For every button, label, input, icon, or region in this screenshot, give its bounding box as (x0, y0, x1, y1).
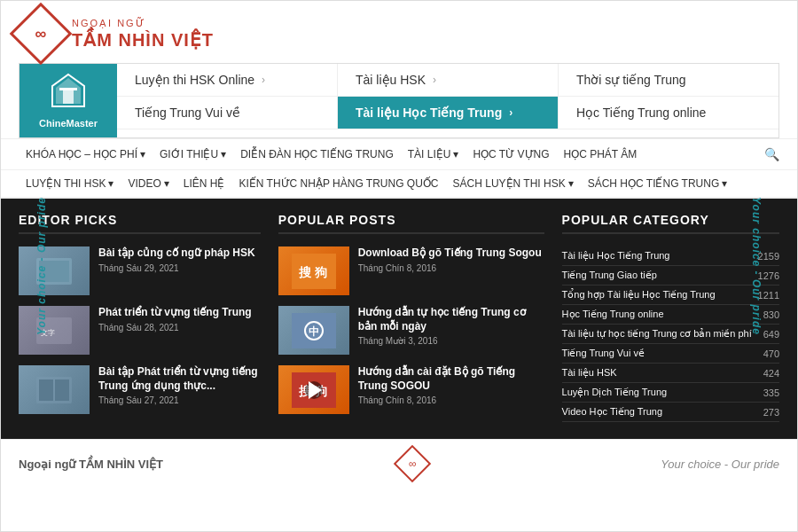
svg-text:搜: 搜 (298, 265, 312, 279)
cat-item-1[interactable]: Tiếng Trung Giao tiếp1276 (562, 266, 779, 286)
cat-count-6: 424 (763, 368, 779, 379)
logo-diamond: ∞ (10, 3, 73, 66)
nav-kien-thuc[interactable]: KIẾN THỨC NHẬP HÀNG TRUNG QUỐC (232, 172, 446, 195)
cat-name-5: Tiếng Trung Vui về (562, 348, 645, 359)
cat-item-0[interactable]: Tài liệu Học Tiếng Trung2159 (562, 246, 779, 266)
cat-name-4: Tài liệu tự học tiếng Trung cơ bản miền … (562, 328, 752, 340)
cat-item-7[interactable]: Luyện Dịch Tiếng Trung335 (562, 383, 779, 403)
post-info-2: Hướng dẫn tự học tiếng Trung cơ bản mỗi … (358, 306, 544, 346)
cat-item-6[interactable]: Tài liệu HSK424 (562, 364, 779, 383)
footer-logo-symbol: ∞ (408, 458, 416, 470)
pick-info-1: Bài tập củng cố ngữ pháp HSK Tháng Sáu 2… (98, 246, 261, 273)
footer-logo[interactable]: ∞ (393, 445, 430, 482)
pick-item-3[interactable]: Bài tập Phát triển từ vựng tiếng Trung ứ… (19, 365, 261, 414)
post-item-1[interactable]: 搜狗 Download Bộ gõ Tiếng Trung Sogou Thán… (278, 246, 544, 295)
footer: Ngoại ngữ TẦM NHÌN VIỆT ∞ Your choice - … (1, 439, 797, 488)
banner-item-4[interactable]: Tiếng Trung Vui về (117, 97, 338, 129)
cat-count-8: 273 (763, 407, 779, 418)
pick-item-2[interactable]: 文字 Phát triển từ vựng tiếng Trung Tháng … (19, 306, 261, 355)
banner-arrow-5: › (509, 106, 512, 119)
main-dark: EDITOR PICKS Bài tập củng cố ngữ pháp HS… (1, 199, 797, 439)
banner-arrow-1: › (262, 74, 265, 86)
post-img-2: 中 (278, 306, 349, 355)
post-info-1: Download Bộ gõ Tiếng Trung Sogou Tháng C… (358, 246, 544, 273)
side-text-right: Your choice - Our pride (750, 197, 763, 335)
pick-img-3 (19, 365, 90, 414)
pick-date-3: Tháng Sáu 27, 2021 (98, 395, 261, 405)
pick-title-3: Bài tập Phát triển từ vựng tiếng Trung ứ… (98, 365, 261, 393)
post-item-2[interactable]: 中 Hướng dẫn tự học tiếng Trung cơ bản mỗ… (278, 306, 544, 355)
pick-date-1: Tháng Sáu 29, 2021 (98, 263, 261, 273)
editor-picks-title: EDITOR PICKS (19, 213, 261, 234)
cat-item-4[interactable]: Tài liệu tự học tiếng Trung cơ bản miền … (562, 325, 779, 344)
footer-left-text: Ngoại ngữ (19, 458, 79, 471)
banner-item-1[interactable]: Luyện thi HSK Online › (117, 64, 338, 97)
footer-brand: TẦM NHÌN VIỆT (79, 458, 163, 471)
pick-info-2: Phát triển từ vựng tiếng Trung Tháng Sáu… (98, 306, 261, 332)
cat-name-3: Học Tiếng Trung online (562, 309, 664, 320)
pick-thumb-2: 文字 (19, 306, 90, 355)
popular-category-title: POPULAR CATEGORY (562, 213, 779, 234)
post-img-3: 搜狗 (278, 365, 349, 414)
logo-title: TẦM NHÌN VIỆT (72, 29, 214, 51)
post-thumb-3: 搜狗 (278, 365, 349, 414)
post-date-1: Tháng Chín 8, 2016 (358, 263, 544, 273)
nav-hoc-phat-am[interactable]: HỌC PHÁT ÂM (557, 143, 645, 166)
side-text-left: Your choice - Our pride (35, 197, 48, 335)
post-thumb-1: 搜狗 (278, 246, 349, 295)
cat-name-1: Tiếng Trung Giao tiếp (562, 270, 657, 281)
pick-img-1 (19, 246, 90, 295)
banner-item-6[interactable]: Học Tiếng Trung online (559, 97, 778, 129)
popular-category-section: POPULAR CATEGORY Tài liệu Học Tiếng Trun… (562, 213, 779, 425)
banner-row-1: Luyện thi HSK Online › Tài liệu HSK › Th… (117, 64, 778, 97)
banner: ChineMaster Luyện thi HSK Online › Tài l… (19, 63, 779, 138)
pick-date-2: Tháng Sáu 28, 2021 (98, 323, 261, 332)
post-info-3: Hướng dẫn cài đặt Bộ gõ Tiếng Trung SOGO… (358, 365, 544, 405)
footer-left: Ngoại ngữ TẦM NHÌN VIỆT (19, 458, 163, 471)
post-img-1: 搜狗 (278, 246, 349, 295)
nav-sach-luyen-thi[interactable]: SÁCH LUYỆN THI HSK ▾ (446, 172, 581, 195)
banner-logo-text: ChineMaster (39, 118, 98, 129)
banner-item-5[interactable]: Tài liệu Học Tiếng Trung › (338, 97, 559, 129)
svg-rect-3 (59, 88, 77, 90)
cat-item-8[interactable]: Video Học Tiếng Trung273 (562, 403, 779, 422)
nav-khoa-hoc[interactable]: KHÓA HỌC – HỌC PHÍ ▾ (19, 143, 153, 166)
cat-name-8: Video Học Tiếng Trung (562, 406, 662, 418)
post-title-2: Hướng dẫn tự học tiếng Trung cơ bản mỗi … (358, 306, 544, 333)
post-date-3: Tháng Chín 8, 2016 (358, 395, 544, 405)
cat-item-2[interactable]: Tổng hợp Tài liệu Học Tiếng Trung1211 (562, 286, 779, 305)
pick-info-3: Bài tập Phát triển từ vựng tiếng Trung ứ… (98, 365, 261, 405)
post-item-3[interactable]: 搜狗 Hướng dẫn cài đặt Bộ gõ Tiếng Trung S… (278, 365, 544, 414)
pick-item-1[interactable]: Bài tập củng cố ngữ pháp HSK Tháng Sáu 2… (19, 246, 261, 295)
post-title-3: Hướng dẫn cài đặt Bộ gõ Tiếng Trung SOGO… (358, 365, 544, 393)
nav-lien-he[interactable]: LIÊN HỆ (176, 172, 232, 195)
nav-dien-dan[interactable]: DIỄN ĐÀN HỌC TIẾNG TRUNG (233, 143, 401, 166)
logo-symbol: ∞ (35, 25, 47, 43)
svg-rect-10 (55, 379, 69, 401)
cat-item-3[interactable]: Học Tiếng Trung online830 (562, 305, 779, 325)
pick-thumb-3 (19, 365, 90, 414)
pick-thumb-1 (19, 246, 90, 295)
nav-luyen-thi-hsk[interactable]: LUYỆN THI HSK ▾ (19, 172, 121, 195)
cat-count-5: 470 (763, 348, 779, 359)
post-thumb-2: 中 (278, 306, 349, 355)
nav-video[interactable]: VIDEO ▾ (121, 172, 176, 195)
nav-hoc-tu-vung[interactable]: HỌC TỪ VỰNG (466, 143, 556, 166)
cat-item-5[interactable]: Tiếng Trung Vui về470 (562, 344, 779, 364)
banner-item-2[interactable]: Tài liệu HSK › (338, 64, 559, 97)
cat-count-7: 335 (763, 387, 779, 398)
pick-title-2: Phát triển từ vựng tiếng Trung (98, 306, 261, 320)
logo-text: NGOẠI NGỮ TẦM NHÌN VIỆT (72, 18, 214, 51)
header: ∞ NGOẠI NGỮ TẦM NHÌN VIỆT (1, 1, 797, 63)
logo-area[interactable]: ∞ NGOẠI NGỮ TẦM NHÌN VIỆT (19, 12, 214, 56)
nav-sach-hoc[interactable]: SÁCH HỌC TIẾNG TRUNG ▾ (581, 172, 735, 195)
category-list: Tài liệu Học Tiếng Trung2159Tiếng Trung … (562, 246, 779, 422)
svg-text:中: 中 (309, 325, 319, 338)
search-icon[interactable]: 🔍 (764, 147, 779, 161)
nav-gioi-thieu[interactable]: GIỚI THIỆU ▾ (153, 143, 233, 166)
banner-logo[interactable]: ChineMaster (20, 64, 117, 137)
svg-text:狗: 狗 (314, 265, 327, 279)
cat-count-3: 830 (763, 309, 779, 320)
nav-tai-lieu[interactable]: TÀI LIỆU ▾ (401, 143, 466, 166)
banner-item-3[interactable]: Thời sự tiếng Trung (559, 64, 778, 97)
